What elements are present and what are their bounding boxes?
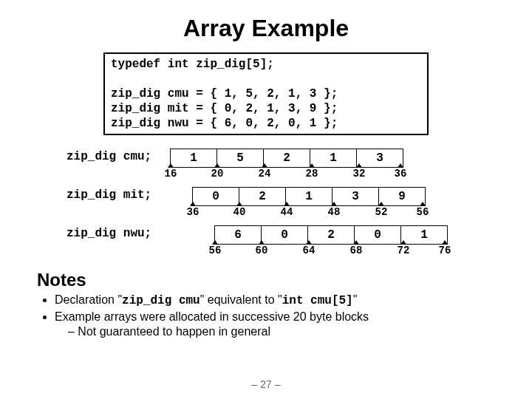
cell: 3 bbox=[332, 188, 379, 205]
code-typedef: typedef int zip_dig[5]; bbox=[111, 58, 274, 71]
addr: 36 bbox=[389, 168, 412, 180]
note-text: " equivalent to " bbox=[200, 293, 282, 306]
note-text: Declaration " bbox=[55, 293, 122, 306]
cell: 0 bbox=[193, 188, 239, 205]
code-decl-nwu: zip_dig nwu = { 6, 0, 2, 0, 1 }; bbox=[111, 117, 338, 130]
addr: 40 bbox=[228, 206, 250, 218]
code-decl-cmu: zip_dig cmu = { 1, 5, 2, 1, 3 }; bbox=[111, 87, 338, 100]
notes-list: Declaration "zip_dig cmu" equivalent to … bbox=[55, 293, 495, 338]
addr: 48 bbox=[323, 206, 345, 218]
addr: 20 bbox=[206, 168, 228, 180]
array-label-nwu: zip_dig nwu; bbox=[66, 225, 170, 240]
array-row-mit: zip_dig mit; 0 2 1 3 9 36 40 bbox=[66, 187, 466, 225]
array-label-mit: zip_dig mit; bbox=[66, 187, 170, 202]
addr: 36 bbox=[182, 206, 204, 218]
addr: 56 bbox=[204, 245, 226, 256]
addr: 16 bbox=[160, 168, 182, 180]
cell: 9 bbox=[379, 188, 425, 205]
cell: 1 bbox=[401, 226, 447, 244]
note-item: Declaration "zip_dig cmu" equivalent to … bbox=[55, 293, 495, 307]
cell: 6 bbox=[215, 226, 262, 244]
address-bar-nwu: 56 60 64 68 72 76 bbox=[214, 245, 448, 264]
cell: 2 bbox=[308, 226, 355, 244]
array-cells-cmu: 1 5 2 1 3 bbox=[170, 149, 403, 168]
note-item: Example arrays were allocated in success… bbox=[55, 310, 495, 338]
code-block: typedef int zip_dig[5]; zip_dig cmu = { … bbox=[103, 52, 429, 135]
addr: 68 bbox=[345, 245, 367, 256]
addr: 24 bbox=[253, 168, 276, 180]
array-row-cmu: zip_dig cmu; 1 5 2 1 3 16 20 bbox=[66, 149, 466, 187]
cell: 1 bbox=[310, 149, 357, 167]
array-cells-nwu: 6 0 2 0 1 bbox=[214, 225, 448, 245]
cell: 3 bbox=[357, 149, 403, 167]
addr: 56 bbox=[412, 206, 434, 218]
addr: 76 bbox=[434, 245, 456, 256]
cell: 1 bbox=[286, 188, 332, 205]
cell: 1 bbox=[171, 149, 217, 167]
note-code: int cmu[5] bbox=[282, 294, 353, 307]
addr: 32 bbox=[348, 168, 370, 180]
cell: 2 bbox=[239, 188, 286, 205]
address-bar-cmu: 16 20 24 28 32 36 bbox=[170, 168, 403, 187]
address-bar-mit: 36 40 44 48 52 56 bbox=[192, 206, 426, 225]
array-label-cmu: zip_dig cmu; bbox=[66, 149, 170, 163]
array-cells-mit: 0 2 1 3 9 bbox=[192, 187, 426, 206]
addr: 64 bbox=[298, 245, 320, 256]
addr: 44 bbox=[276, 206, 298, 218]
cell: 0 bbox=[355, 226, 401, 244]
cell: 5 bbox=[217, 149, 264, 167]
page-number: – 27 – bbox=[0, 378, 532, 390]
page-title: Array Example bbox=[37, 15, 495, 42]
array-row-nwu: zip_dig nwu; 6 0 2 0 1 56 60 bbox=[66, 225, 466, 264]
addr: 60 bbox=[250, 245, 273, 256]
note-subitem: Not guaranteed to happen in general bbox=[68, 325, 495, 338]
addr: 72 bbox=[392, 245, 415, 256]
code-decl-mit: zip_dig mit = { 0, 2, 1, 3, 9 }; bbox=[111, 102, 338, 115]
cell: 2 bbox=[264, 149, 310, 167]
notes-heading: Notes bbox=[37, 270, 495, 290]
cell: 0 bbox=[262, 226, 308, 244]
note-code: zip_dig cmu bbox=[122, 294, 200, 307]
note-text: Example arrays were allocated in success… bbox=[55, 310, 369, 323]
note-text: " bbox=[353, 293, 358, 306]
addr: 52 bbox=[370, 206, 392, 218]
addr: 28 bbox=[301, 168, 323, 180]
